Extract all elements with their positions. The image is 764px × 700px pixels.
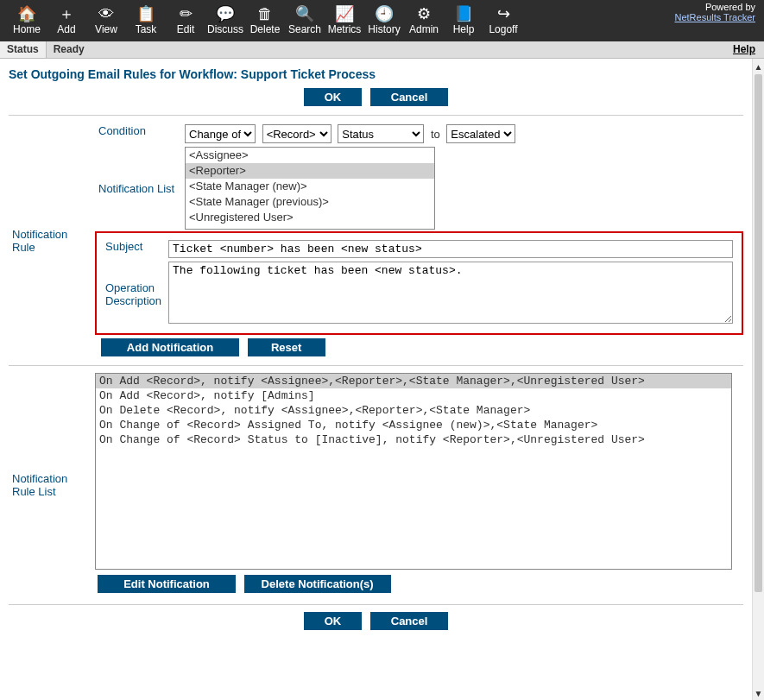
separator	[9, 115, 743, 116]
toolbar-label: Task	[136, 23, 157, 35]
notification-rule-heading: Notification Rule	[9, 123, 95, 358]
delete-notifications-button[interactable]: Delete Notification(s)	[244, 575, 391, 593]
logout-icon: ↪	[497, 6, 510, 22]
condition-field-select[interactable]: Status	[338, 124, 424, 143]
condition-label: Condition	[95, 123, 181, 145]
rule-list-item[interactable]: On Change of <Record> Status to [Inactiv…	[96, 432, 731, 447]
condition-value-select[interactable]: Escalated	[446, 124, 515, 143]
page-scrollbar[interactable]: ▲ ▼	[752, 59, 764, 700]
rule-list-box[interactable]: On Add <Record>, notify <Assignee>,<Repo…	[95, 373, 732, 570]
separator	[9, 604, 743, 605]
trash-icon: 🗑	[257, 6, 273, 22]
toolbar-label: Search	[288, 23, 321, 35]
eye-icon: 👁	[98, 6, 114, 22]
powered-by-label: Powered by	[674, 2, 755, 12]
top-button-row: OK Cancel	[9, 88, 743, 106]
toolbar-view[interactable]: 👁 View	[86, 0, 126, 41]
subject-label: Subject	[102, 238, 165, 260]
toolbar-logoff[interactable]: ↪ Logoff	[483, 0, 523, 41]
notification-rule-section: Notification Rule Condition Change of <R…	[9, 123, 743, 358]
edit-notification-button[interactable]: Edit Notification	[98, 575, 236, 593]
toolbar-add[interactable]: ＋ Add	[47, 0, 86, 41]
pencil-icon: ✏	[180, 6, 193, 22]
toolbar-label: Discuss	[207, 23, 243, 35]
scroll-down-icon[interactable]: ▼	[753, 685, 764, 700]
operation-description-textarea[interactable]: The following ticket has been <new statu…	[168, 262, 733, 324]
subject-description-group: Subject Operation Description The follow…	[95, 231, 743, 335]
notification-list-item[interactable]: <State Manager (new)>	[186, 179, 434, 194]
condition-controls: Change of <Record> Status to Escalated	[181, 123, 743, 145]
rule-list-item[interactable]: On Change of <Record> Assigned To, notif…	[96, 418, 731, 432]
gear-icon: ⚙	[417, 6, 431, 22]
toolbar-discuss[interactable]: 💬 Discuss	[205, 0, 245, 41]
powered-by-link[interactable]: NetResults Tracker	[674, 12, 755, 22]
subject-input[interactable]	[168, 240, 733, 258]
toolbar-home[interactable]: 🏠 Home	[7, 0, 47, 41]
rule-list-item[interactable]: On Add <Record>, notify [Admins]	[96, 388, 731, 403]
toolbar-label: Add	[57, 23, 75, 35]
toolbar-edit[interactable]: ✏ Edit	[166, 0, 205, 41]
scrollbar-thumb[interactable]	[755, 74, 762, 592]
cancel-button-bottom[interactable]: Cancel	[370, 612, 449, 630]
toolbar-label: Metrics	[328, 23, 362, 35]
separator	[9, 365, 743, 366]
page-title: Set Outgoing Email Rules for Workflow: S…	[9, 67, 743, 81]
ok-button-bottom[interactable]: OK	[304, 612, 363, 630]
help-link[interactable]: Help	[724, 41, 764, 58]
toolbar-delete[interactable]: 🗑 Delete	[245, 0, 285, 41]
toolbar-label: Edit	[177, 23, 195, 35]
notification-list-item[interactable]: <Closed By>	[186, 225, 434, 230]
rule-list-item[interactable]: On Delete <Record>, notify <Assignee>,<R…	[96, 403, 731, 418]
notification-list-item[interactable]: <Reporter>	[186, 163, 434, 179]
toolbar-help[interactable]: 📘 Help	[444, 0, 483, 41]
notification-list-item[interactable]: <State Manager (previous)>	[186, 194, 434, 210]
clock-icon: 🕘	[375, 6, 394, 22]
toolbar-search[interactable]: 🔍 Search	[285, 0, 325, 41]
toolbar-label: Delete	[250, 23, 281, 35]
book-icon: 📘	[454, 6, 473, 22]
toolbar-label: Home	[13, 23, 41, 35]
notification-list-item[interactable]: <Unregistered User>	[186, 210, 434, 225]
notification-list-label: Notification List	[95, 145, 181, 231]
status-ready: Ready	[47, 41, 724, 58]
toolbar-admin[interactable]: ⚙ Admin	[404, 0, 444, 41]
chart-icon: 📈	[335, 6, 354, 22]
toolbar-label: Logoff	[489, 23, 517, 35]
reset-button[interactable]: Reset	[248, 338, 325, 356]
search-icon: 🔍	[295, 6, 314, 22]
condition-type-select[interactable]: Change of	[185, 124, 256, 143]
notification-rule-list-section: Notification Rule List On Add <Record>, …	[9, 373, 743, 597]
toolbar-label: History	[368, 23, 400, 35]
toolbar-metrics[interactable]: 📈 Metrics	[325, 0, 364, 41]
status-tab: Status	[0, 41, 47, 58]
chat-icon: 💬	[216, 6, 235, 22]
condition-record-select[interactable]: <Record>	[262, 124, 331, 143]
ok-button-top[interactable]: OK	[304, 88, 363, 106]
toolbar-history[interactable]: 🕘 History	[364, 0, 404, 41]
bottom-button-row: OK Cancel	[9, 612, 743, 630]
notification-list-item[interactable]: <Assignee>	[186, 148, 434, 163]
condition-to-label: to	[431, 128, 440, 141]
clipboard-icon: 📋	[136, 6, 155, 22]
main-toolbar: 🏠 Home ＋ Add 👁 View 📋 Task ✏ Edit 💬 Disc…	[0, 0, 764, 41]
home-icon: 🏠	[17, 6, 36, 22]
powered-by: Powered by NetResults Tracker	[674, 2, 755, 22]
notification-rule-list-heading: Notification Rule List	[9, 373, 95, 597]
scroll-up-icon[interactable]: ▲	[753, 59, 764, 74]
toolbar-label: View	[95, 23, 117, 35]
toolbar-label: Help	[453, 23, 475, 35]
plus-icon: ＋	[59, 6, 74, 22]
notification-list-box[interactable]: <Assignee><Reporter><State Manager (new)…	[185, 147, 435, 230]
rule-list-item[interactable]: On Add <Record>, notify <Assignee>,<Repo…	[96, 374, 731, 388]
add-notification-button[interactable]: Add Notification	[101, 338, 239, 356]
cancel-button-top[interactable]: Cancel	[370, 88, 449, 106]
toolbar-label: Admin	[409, 23, 439, 35]
operation-description-label: Operation Description	[102, 260, 165, 328]
status-bar: Status Ready Help	[0, 41, 764, 59]
page-content: Set Outgoing Email Rules for Workflow: S…	[0, 59, 752, 700]
toolbar-task[interactable]: 📋 Task	[126, 0, 166, 41]
